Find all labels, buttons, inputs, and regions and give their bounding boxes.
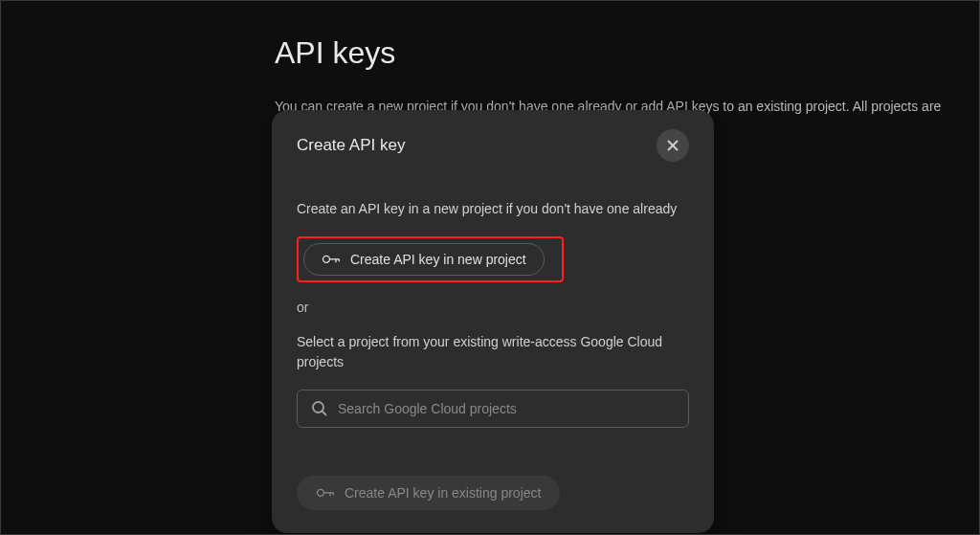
- create-api-key-modal: Create API key Create an API key in a ne…: [272, 110, 714, 533]
- modal-header: Create API key: [297, 129, 689, 162]
- svg-point-8: [318, 489, 324, 496]
- page-background: API keys You can create a new project if…: [1, 1, 979, 117]
- create-key-existing-project-label: Create API key in existing project: [345, 485, 541, 501]
- select-project-text: Select a project from your existing writ…: [297, 332, 689, 372]
- modal-body: Create an API key in a new project if yo…: [297, 200, 689, 510]
- search-box[interactable]: [297, 390, 689, 428]
- or-divider: or: [297, 300, 689, 315]
- key-icon: [322, 253, 341, 266]
- svg-point-2: [323, 256, 330, 262]
- highlight-annotation: Create API key in new project: [297, 236, 564, 282]
- page-title: API keys: [275, 35, 979, 71]
- new-project-text: Create an API key in a new project if yo…: [297, 200, 689, 219]
- search-icon: [311, 400, 328, 417]
- create-key-new-project-label: Create API key in new project: [350, 252, 526, 267]
- svg-point-6: [313, 402, 323, 412]
- modal-title: Create API key: [297, 136, 405, 155]
- close-button[interactable]: [657, 129, 689, 162]
- search-input[interactable]: [338, 401, 675, 416]
- svg-line-7: [323, 411, 327, 415]
- close-icon: [665, 138, 680, 153]
- create-key-new-project-button[interactable]: Create API key in new project: [303, 243, 545, 276]
- key-icon: [316, 486, 335, 500]
- create-key-existing-project-button: Create API key in existing project: [297, 476, 560, 510]
